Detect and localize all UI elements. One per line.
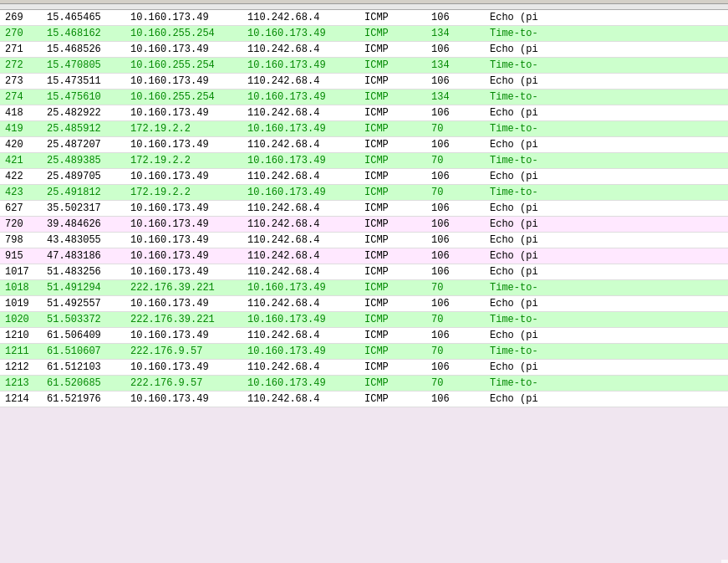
table-row[interactable]: 42025.48720710.160.173.49110.242.68.4ICM… <box>0 137 728 153</box>
col-no: 421 <box>3 154 45 167</box>
table-row[interactable]: 26915.46546510.160.173.49110.242.68.4ICM… <box>0 10 728 26</box>
col-no: 915 <box>3 249 45 263</box>
col-info: Time-to- <box>488 376 725 390</box>
col-info: Time-to- <box>488 281 725 294</box>
col-no: 627 <box>3 202 45 215</box>
table-row[interactable]: 41925.485912172.19.2.210.160.173.49ICMP7… <box>0 121 728 137</box>
col-len: 106 <box>430 233 488 247</box>
table-row[interactable]: 27315.47351110.160.173.49110.242.68.4ICM… <box>0 74 728 90</box>
col-proto: ICMP <box>363 233 430 247</box>
col-len: 106 <box>430 265 488 279</box>
col-dst: 110.242.68.4 <box>246 202 363 215</box>
col-len: 106 <box>430 202 488 215</box>
table-row[interactable]: 121061.50640910.160.173.49110.242.68.4IC… <box>0 328 728 344</box>
table-row[interactable]: 79843.48305510.160.173.49110.242.68.4ICM… <box>0 233 728 248</box>
col-info: Time-to- <box>488 90 725 104</box>
table-row[interactable]: 27115.46852610.160.173.49110.242.68.4ICM… <box>0 42 728 58</box>
table-row[interactable]: 101751.48325610.160.173.49110.242.68.4IC… <box>0 264 728 280</box>
col-dst: 10.160.173.49 <box>246 281 363 294</box>
col-dst: 110.242.68.4 <box>246 361 363 374</box>
col-len: 106 <box>430 106 488 120</box>
col-proto: ICMP <box>363 122 430 136</box>
packet-table[interactable]: 26915.46546510.160.173.49110.242.68.4ICM… <box>0 10 728 540</box>
col-len: 106 <box>430 170 488 183</box>
col-proto: ICMP <box>363 249 430 263</box>
col-proto: ICMP <box>363 361 430 374</box>
col-len: 106 <box>430 218 488 231</box>
col-info: Time-to- <box>488 122 725 136</box>
col-time: 43.483055 <box>45 233 129 247</box>
table-row[interactable]: 102051.503372222.176.39.22110.160.173.49… <box>0 312 728 328</box>
col-len: 70 <box>430 154 488 167</box>
col-info: Echo (pi <box>488 249 725 263</box>
col-len: 70 <box>430 313 488 326</box>
col-len: 106 <box>430 138 488 151</box>
col-info: Echo (pi <box>488 329 725 342</box>
table-row[interactable]: 42325.491812172.19.2.210.160.173.49ICMP7… <box>0 185 728 201</box>
col-proto: ICMP <box>363 106 430 120</box>
col-proto: ICMP <box>363 202 430 215</box>
col-dst: 110.242.68.4 <box>246 233 363 247</box>
col-src: 10.160.173.49 <box>129 11 246 24</box>
table-row[interactable]: 42125.489385172.19.2.210.160.173.49ICMP7… <box>0 153 728 169</box>
col-proto: ICMP <box>363 345 430 358</box>
table-row[interactable]: 27415.47561010.160.255.25410.160.173.49I… <box>0 90 728 105</box>
col-time: 35.502317 <box>45 202 129 215</box>
col-time: 61.512103 <box>45 361 129 374</box>
col-time: 25.485912 <box>45 122 129 136</box>
col-src: 10.160.173.49 <box>129 297 246 310</box>
col-time: 51.492557 <box>45 297 129 310</box>
col-no: 419 <box>3 122 45 136</box>
col-dst: 10.160.173.49 <box>246 313 363 326</box>
table-row[interactable]: 121261.51210310.160.173.49110.242.68.4IC… <box>0 360 728 376</box>
col-header-no <box>3 6 45 8</box>
table-row[interactable]: 101851.491294222.176.39.22110.160.173.49… <box>0 280 728 296</box>
col-time: 39.484626 <box>45 218 129 231</box>
col-info: Time-to- <box>488 186 725 199</box>
col-src: 222.176.9.57 <box>129 345 246 358</box>
col-no: 1210 <box>3 329 45 342</box>
table-row[interactable]: 42225.48970510.160.173.49110.242.68.4ICM… <box>0 169 728 185</box>
col-info: Echo (pi <box>488 392 725 406</box>
table-row[interactable]: 121361.520685222.176.9.5710.160.173.49IC… <box>0 376 728 392</box>
col-no: 422 <box>3 170 45 183</box>
table-row[interactable]: 121161.510607222.176.9.5710.160.173.49IC… <box>0 344 728 360</box>
table-row[interactable]: 27215.47080510.160.255.25410.160.173.49I… <box>0 58 728 74</box>
col-len: 106 <box>430 11 488 24</box>
table-row[interactable]: 41825.48292210.160.173.49110.242.68.4ICM… <box>0 105 728 121</box>
table-row[interactable]: 91547.48318610.160.173.49110.242.68.4ICM… <box>0 248 728 264</box>
col-proto: ICMP <box>363 170 430 183</box>
col-no: 798 <box>3 233 45 247</box>
col-no: 1020 <box>3 313 45 326</box>
table-row[interactable]: 62735.50231710.160.173.49110.242.68.4ICM… <box>0 201 728 217</box>
table-row[interactable]: 72039.48462610.160.173.49110.242.68.4ICM… <box>0 217 728 233</box>
col-src: 10.160.173.49 <box>129 74 246 88</box>
col-time: 15.465465 <box>45 11 129 24</box>
col-header-source <box>129 6 246 8</box>
col-header-time <box>45 6 129 8</box>
col-dst: 110.242.68.4 <box>246 249 363 263</box>
col-info: Echo (pi <box>488 74 725 88</box>
col-len: 106 <box>430 361 488 374</box>
table-row[interactable]: 27015.46816210.160.255.25410.160.173.49I… <box>0 26 728 42</box>
col-src: 172.19.2.2 <box>129 154 246 167</box>
table-row[interactable]: 101951.49255710.160.173.49110.242.68.4IC… <box>0 296 728 312</box>
col-len: 70 <box>430 345 488 358</box>
col-info: Echo (pi <box>488 43 725 56</box>
col-len: 106 <box>430 297 488 310</box>
col-proto: ICMP <box>363 392 430 406</box>
col-time: 15.473511 <box>45 74 129 88</box>
col-proto: ICMP <box>363 297 430 310</box>
col-time: 61.521976 <box>45 392 129 406</box>
col-dst: 110.242.68.4 <box>246 329 363 342</box>
col-src: 10.160.173.49 <box>129 233 246 247</box>
col-dst: 110.242.68.4 <box>246 138 363 151</box>
col-dst: 110.242.68.4 <box>246 11 363 24</box>
col-no: 1212 <box>3 361 45 374</box>
table-row[interactable]: 121461.52197610.160.173.49110.242.68.4IC… <box>0 392 728 407</box>
col-header-length <box>430 6 488 8</box>
col-time: 61.510607 <box>45 345 129 358</box>
col-time: 15.468526 <box>45 43 129 56</box>
col-info: Echo (pi <box>488 138 725 151</box>
col-dst: 10.160.173.49 <box>246 27 363 40</box>
